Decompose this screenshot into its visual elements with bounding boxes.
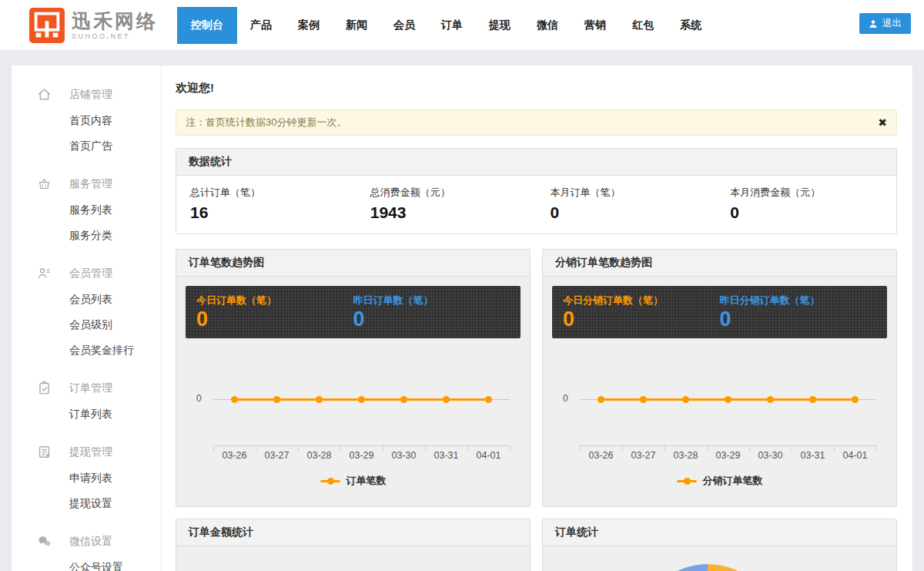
sidebar-section-header[interactable]: 微信设置: [12, 528, 161, 555]
legend-marker-icon: [677, 480, 697, 482]
x-tick-label: 03-28: [307, 450, 332, 461]
sidebar-item[interactable]: 首页内容: [12, 108, 161, 133]
sidebar-section-title: 会员管理: [69, 267, 112, 280]
legend-label: 分销订单笔数: [703, 474, 763, 488]
nav-item[interactable]: 案例: [285, 8, 333, 43]
data-point: [852, 396, 859, 403]
x-tick-label: 03-30: [758, 450, 783, 461]
x-axis-tick: [213, 446, 214, 451]
data-point: [767, 396, 774, 403]
data-point: [316, 396, 323, 403]
sidebar-section-header[interactable]: 会员管理: [12, 260, 161, 287]
sidebar-section: 会员管理 会员列表会员级别会员奖金排行: [12, 260, 161, 363]
panel-title: 订单统计: [543, 519, 896, 546]
logout-button[interactable]: 退出: [859, 13, 911, 34]
today-label: 今日分销订单数（笔）: [563, 294, 720, 307]
chart-legend[interactable]: 分销订单笔数: [552, 474, 887, 488]
home-icon: [37, 87, 52, 102]
stat-column: 本月消费金额（元） 0: [716, 176, 896, 233]
sidebar-section: 提现管理 申请列表提现设置: [12, 438, 161, 516]
x-tick-label: 03-28: [674, 450, 698, 461]
x-axis-tick: [383, 446, 383, 451]
sidebar-item[interactable]: 订单列表: [12, 401, 161, 427]
nav-item[interactable]: 新闻: [333, 8, 380, 43]
nav-item[interactable]: 产品: [237, 8, 285, 43]
nav-item[interactable]: 营销: [571, 8, 619, 43]
sidebar-section-header[interactable]: 店铺管理: [12, 81, 161, 108]
x-tick-label: 03-29: [716, 450, 741, 461]
line-chart: 订单笔数 003-2603-2703-2803-2903-3003-3104-0…: [186, 344, 521, 497]
data-point: [400, 396, 407, 403]
panel-title: 订单金额统计: [176, 519, 530, 546]
nav-item[interactable]: 订单: [428, 8, 476, 43]
nav-item[interactable]: 微信: [524, 8, 571, 43]
bottom-panel: 订单金额统计: [176, 519, 531, 571]
sidebar-section-header[interactable]: 提现管理: [12, 438, 161, 465]
stat-value: 1943: [370, 203, 523, 222]
logo[interactable]: 迅禾网络 SUHOO.NET: [29, 8, 158, 43]
logo-subtitle: SUHOO.NET: [72, 32, 158, 40]
stat-column: 总计订单（笔） 16: [176, 176, 357, 233]
sidebar: 店铺管理 首页内容首页广告 服务管理 服务列表服务分类 会员管理 会员列表会员级…: [12, 65, 162, 571]
sidebar-section-title: 提现管理: [69, 445, 112, 459]
yesterday-label: 昨日分销订单数（笔）: [720, 294, 877, 307]
today-yesterday-stats: 今日分销订单数（笔） 0 昨日分销订单数（笔） 0: [552, 286, 887, 338]
x-tick-label: 03-31: [801, 450, 825, 461]
line-chart: 分销订单笔数 003-2603-2703-2803-2903-3003-3104…: [552, 344, 887, 497]
trend-chart-panel: 订单笔数趋势图 今日订单数（笔） 0 昨日订单数（笔） 0 订单笔数 003-2…: [176, 249, 531, 507]
x-axis-tick: [707, 446, 708, 451]
y-axis-tick-label: 0: [563, 393, 568, 404]
today-value: 0: [563, 307, 720, 331]
nav-item[interactable]: 控制台: [177, 7, 237, 44]
x-tick-label: 03-30: [392, 450, 417, 461]
stat-label: 本月订单（笔）: [551, 186, 703, 200]
x-axis-tick: [425, 446, 426, 451]
nav-item[interactable]: 红包: [619, 8, 667, 43]
stat-label: 本月消费金额（元）: [730, 186, 882, 200]
x-axis-tick: [340, 446, 341, 451]
sidebar-item[interactable]: 申请列表: [12, 465, 161, 491]
close-icon[interactable]: ✖: [878, 117, 887, 128]
chart-legend[interactable]: 订单笔数: [186, 474, 521, 488]
x-tick-label: 04-01: [477, 450, 501, 461]
x-tick-label: 03-27: [265, 450, 290, 461]
today-label: 今日订单数（笔）: [196, 294, 353, 307]
main-nav: 控制台产品案例新闻会员订单提现微信营销红包系统: [177, 0, 715, 51]
nav-item[interactable]: 系统: [667, 8, 715, 43]
sidebar-item[interactable]: 提现设置: [12, 491, 161, 516]
logo-title: 迅禾网络: [72, 11, 158, 31]
main-content: 欢迎您! 注：首页统计数据30分钟更新一次。 ✖ 数据统计 总计订单（笔） 16…: [162, 65, 912, 571]
sidebar-item[interactable]: 会员列表: [12, 287, 161, 312]
trend-charts-row: 订单笔数趋势图 今日订单数（笔） 0 昨日订单数（笔） 0 订单笔数 003-2…: [176, 249, 897, 507]
wechat-icon: [37, 534, 52, 549]
sidebar-item[interactable]: 服务列表: [12, 197, 161, 223]
nav-item[interactable]: 提现: [476, 8, 524, 43]
sidebar-section: 订单管理 订单列表: [12, 375, 161, 427]
sidebar-item[interactable]: 公众号设置: [12, 555, 161, 571]
sidebar-item[interactable]: 会员奖金排行: [12, 338, 161, 363]
bottom-panels-row: 订单金额统计 订单统计: [176, 519, 897, 571]
panel-title: 分销订单笔数趋势图: [543, 250, 896, 277]
x-axis-tick: [298, 446, 299, 451]
sidebar-section-title: 订单管理: [69, 381, 112, 395]
members-icon: [37, 266, 52, 280]
logo-icon: [29, 8, 65, 43]
legend-marker-icon: [320, 480, 340, 482]
stat-column: 本月订单（笔） 0: [537, 176, 717, 233]
yesterday-label: 昨日订单数（笔）: [353, 294, 511, 307]
stat-label: 总计订单（笔）: [190, 186, 343, 200]
x-tick-label: 03-26: [223, 450, 247, 461]
sidebar-section-header[interactable]: 服务管理: [12, 170, 161, 197]
sidebar-item[interactable]: 服务分类: [12, 223, 161, 248]
data-point: [682, 396, 689, 403]
nav-item[interactable]: 会员: [380, 8, 428, 43]
today-value: 0: [196, 307, 353, 331]
sidebar-item[interactable]: 首页广告: [12, 133, 161, 159]
stat-value: 16: [190, 203, 343, 222]
x-tick-label: 04-01: [843, 450, 868, 461]
today-yesterday-stats: 今日订单数（笔） 0 昨日订单数（笔） 0: [186, 286, 521, 338]
sidebar-item[interactable]: 会员级别: [12, 312, 161, 338]
x-axis: [213, 445, 510, 446]
sidebar-section-header[interactable]: 订单管理: [12, 375, 161, 401]
data-point: [358, 396, 365, 403]
